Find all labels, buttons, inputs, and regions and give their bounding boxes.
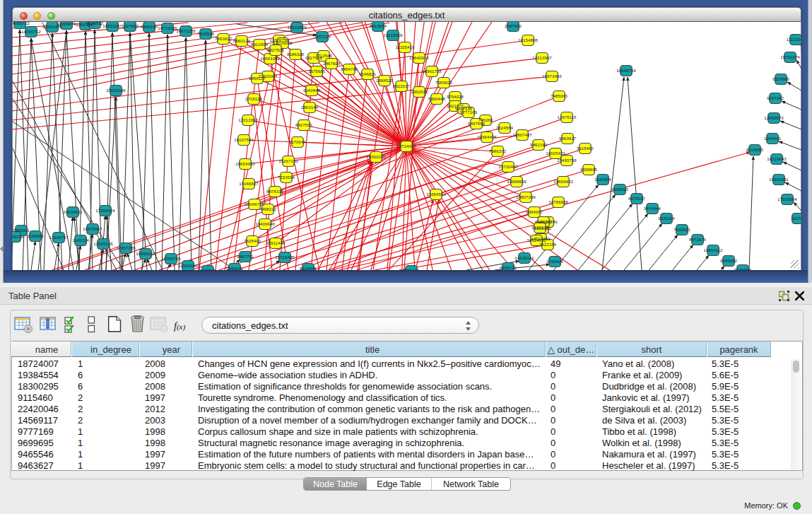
svg-text:1362635: 1362635	[411, 89, 428, 94]
svg-text:7955812: 7955812	[435, 80, 453, 85]
svg-text:9827505: 9827505	[267, 47, 285, 52]
svg-text:14055712: 14055712	[21, 29, 41, 34]
svg-text:19384554: 19384554	[426, 192, 446, 197]
svg-text:17016504: 17016504	[777, 197, 797, 201]
svg-text:7632621: 7632621	[673, 227, 691, 232]
svg-text:16648754: 16648754	[616, 68, 636, 73]
svg-text:9146821: 9146821	[359, 71, 377, 76]
svg-text:7713546: 7713546	[315, 53, 333, 58]
svg-text:11325419: 11325419	[395, 45, 415, 49]
svg-text:2087682: 2087682	[505, 23, 522, 28]
svg-text:8990448: 8990448	[428, 96, 446, 101]
svg-text:10973493: 10973493	[542, 74, 562, 78]
svg-text:6497568: 6497568	[468, 121, 486, 126]
svg-text:1588520: 1588520	[376, 78, 394, 83]
svg-text:9245652: 9245652	[734, 267, 752, 270]
svg-text:8322037: 8322037	[393, 83, 411, 88]
svg-text:2935114: 2935114	[658, 216, 675, 221]
svg-text:1615132: 1615132	[531, 225, 549, 230]
svg-text:10046738: 10046738	[245, 201, 264, 206]
svg-text:19654923: 19654923	[553, 179, 573, 184]
svg-text:10688609: 10688609	[507, 179, 526, 184]
svg-text:18640910: 18640910	[409, 55, 429, 60]
svg-text:3624554: 3624554	[496, 125, 514, 130]
svg-text:8878335: 8878335	[266, 189, 284, 194]
svg-text:10975867: 10975867	[83, 226, 102, 231]
svg-text:7751106: 7751106	[403, 268, 420, 270]
svg-text:6120393: 6120393	[535, 219, 553, 224]
svg-text:10756928: 10756928	[548, 199, 568, 204]
svg-text:9084067: 9084067	[526, 209, 543, 214]
svg-text:20364456: 20364456	[477, 134, 497, 139]
svg-text:16543362: 16543362	[260, 56, 280, 61]
svg-text:6879197: 6879197	[628, 196, 646, 201]
svg-text:11121041: 11121041	[787, 37, 801, 42]
svg-text:19218506: 19218506	[383, 33, 403, 37]
svg-text:1145134: 1145134	[72, 238, 89, 243]
svg-text:16961758: 16961758	[422, 69, 442, 74]
svg-text:9699695: 9699695	[580, 167, 598, 172]
svg-text:19654983: 19654983	[235, 161, 255, 166]
svg-text:1640954: 1640954	[594, 177, 612, 182]
svg-text:16911444: 16911444	[266, 240, 286, 245]
svg-text:15495758: 15495758	[557, 158, 577, 163]
svg-text:18524851: 18524851	[526, 238, 546, 243]
svg-text:10654112: 10654112	[703, 247, 723, 252]
svg-text:9935121: 9935121	[500, 265, 517, 270]
svg-text:7485063: 7485063	[551, 93, 568, 98]
svg-text:8124665: 8124665	[300, 266, 317, 270]
svg-text:18807249: 18807249	[516, 194, 536, 199]
svg-text:9457791: 9457791	[237, 254, 254, 259]
svg-text:10807487: 10807487	[512, 132, 532, 137]
svg-text:12505135: 12505135	[93, 241, 113, 246]
svg-text:17359924: 17359924	[95, 208, 115, 213]
svg-text:12093873: 12093873	[764, 115, 784, 120]
svg-text:7663822: 7663822	[215, 36, 233, 41]
svg-text:8186328: 8186328	[287, 52, 305, 57]
svg-text:12942757: 12942757	[49, 235, 69, 240]
svg-text:12923466: 12923466	[178, 263, 198, 268]
svg-text:7986372: 7986372	[489, 148, 507, 153]
svg-text:8639159: 8639159	[12, 234, 24, 239]
svg-text:12213967: 12213967	[532, 55, 552, 60]
svg-text:16107554: 16107554	[234, 137, 254, 142]
svg-text:14055712: 14055712	[12, 22, 30, 25]
svg-text:1733426: 1733426	[546, 259, 564, 264]
svg-text:8912954: 8912954	[251, 42, 269, 47]
svg-text:7625402: 7625402	[244, 238, 261, 243]
svg-text:9242848: 9242848	[303, 88, 321, 93]
svg-text:10025433: 10025433	[546, 151, 565, 156]
svg-text:6466160: 6466160	[141, 24, 158, 29]
svg-text:16782759: 16782759	[161, 256, 181, 261]
svg-text:17957255: 17957255	[116, 245, 136, 250]
svg-text:8471676: 8471676	[689, 237, 707, 242]
svg-text:15267150: 15267150	[278, 158, 298, 163]
svg-text:16671355: 16671355	[176, 28, 196, 33]
svg-text:9346572: 9346572	[226, 266, 244, 270]
svg-text:9115460: 9115460	[577, 146, 594, 151]
svg-text:5938923: 5938923	[611, 187, 629, 192]
svg-text:13226058: 13226058	[273, 40, 293, 45]
svg-text:9777169: 9777169	[460, 110, 478, 115]
svg-text:3675685: 3675685	[308, 69, 326, 74]
svg-text:15751074: 15751074	[780, 54, 800, 59]
svg-text:8215955: 8215955	[746, 147, 764, 152]
svg-text:7357224: 7357224	[314, 34, 331, 39]
svg-text:7153594: 7153594	[278, 175, 295, 180]
svg-text:9227342: 9227342	[767, 95, 784, 100]
svg-text:7515526: 7515526	[197, 31, 215, 36]
svg-text:19166827: 19166827	[239, 181, 259, 186]
svg-text:116753: 116753	[791, 216, 801, 221]
svg-text:f(x): f(x)	[174, 321, 185, 332]
svg-text:15716485: 15716485	[275, 255, 295, 259]
svg-text:20206531: 20206531	[63, 209, 83, 214]
svg-text:15720407: 15720407	[498, 164, 518, 169]
svg-text:1244415: 1244415	[764, 136, 782, 141]
svg-text:2803144: 2803144	[301, 105, 319, 110]
svg-text:2867608: 2867608	[323, 61, 341, 66]
svg-text:1527602: 1527602	[122, 23, 139, 28]
svg-text:8813054: 8813054	[370, 23, 387, 28]
svg-text:9794028: 9794028	[447, 94, 464, 99]
svg-text:10958107: 10958107	[136, 251, 155, 256]
svg-text:16154808: 16154808	[518, 37, 538, 42]
